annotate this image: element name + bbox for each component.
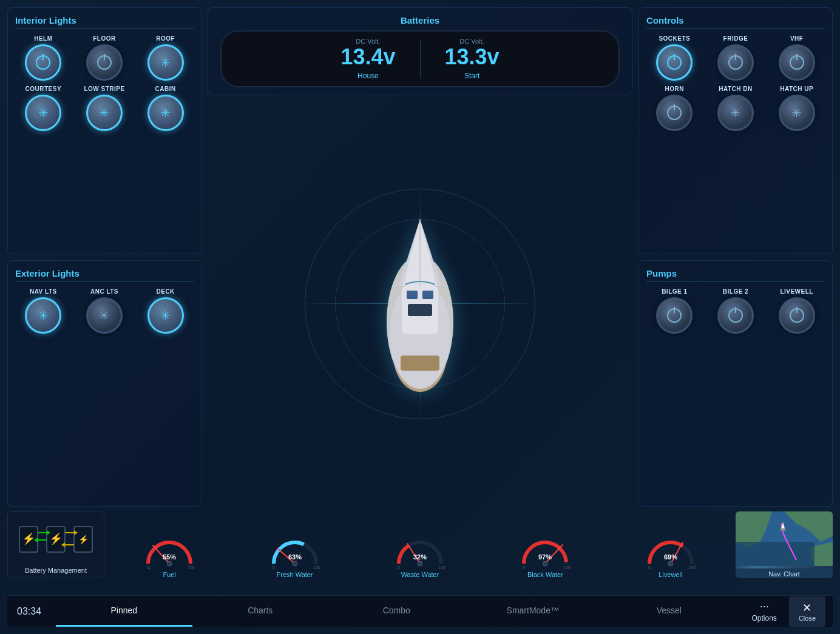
tab-smartmode[interactable]: SmartMode™ — [465, 596, 601, 627]
tab-pinned[interactable]: Pinned — [56, 596, 192, 627]
batteries-display: DC Volt. 13.4v House DC Volt. 13.3v Star… — [220, 30, 620, 87]
svg-text:55%: 55% — [163, 553, 176, 561]
hatch-dn-item: HATCH DN ✳ — [708, 86, 764, 131]
hatch-up-button[interactable]: ✳ — [779, 95, 815, 131]
fuel-gauge-label: Fuel — [163, 571, 176, 578]
battery-start: DC Volt. 13.3v Start — [445, 38, 500, 80]
roof-label: ROOF — [156, 35, 175, 42]
blackwater-gauge-container: 0 100 97% — [518, 524, 572, 570]
nav-chart-svg — [736, 511, 833, 566]
sockets-label: SOCKETS — [659, 35, 690, 42]
deck-star-icon: ✳ — [160, 308, 171, 323]
roof-button[interactable]: ✳ — [147, 44, 184, 81]
svg-point-51 — [668, 561, 673, 566]
floor-item: FLOOR — [76, 35, 133, 81]
hatch-dn-button[interactable]: ✳ — [717, 95, 754, 131]
interior-lights-grid: HELM FLOOR ROOF ✳ — [15, 35, 194, 131]
svg-text:100: 100 — [689, 565, 696, 570]
nav-options: ··· Options ✕ Close — [737, 596, 833, 627]
vhf-item: VHF — [768, 35, 825, 81]
batteries-panel: Batteries DC Volt. 13.4v House DC Volt. … — [208, 7, 632, 95]
svg-point-31 — [167, 561, 172, 566]
svg-text:100: 100 — [313, 565, 320, 570]
wastewater-gauge-label: Waste Water — [401, 571, 439, 578]
freshwater-gauge-container: 0 100 63% — [268, 524, 322, 570]
tab-charts[interactable]: Charts — [192, 596, 329, 627]
controls-section: Controls SOCKETS FRIDGE — [638, 7, 833, 254]
freshwater-gauge-item: 0 100 63% Fresh Water — [234, 511, 354, 590]
svg-text:0: 0 — [273, 565, 275, 570]
nav-chart-widget[interactable]: Nav. Chart — [736, 511, 833, 578]
battery-management-widget[interactable]: ⚡ ⚡ ⚡ — [7, 511, 104, 578]
nav-lts-item: NAV LTS ✳ — [15, 288, 72, 334]
cabin-button[interactable]: ✳ — [147, 95, 184, 131]
hatch-up-star-icon: ✳ — [791, 106, 802, 120]
anc-lts-label: ANC LTS — [90, 288, 118, 295]
low-stripe-button[interactable]: ✳ — [86, 95, 123, 131]
helm-power-icon — [36, 55, 50, 70]
svg-point-46 — [543, 561, 547, 566]
nav-lts-button[interactable]: ✳ — [25, 297, 61, 334]
bilge1-button[interactable] — [656, 297, 693, 334]
options-button[interactable]: ··· Options — [745, 598, 784, 625]
house-voltage: 13.4v — [340, 45, 395, 69]
horn-button[interactable] — [656, 95, 693, 131]
roof-item: ROOF ✳ — [137, 35, 194, 81]
freshwater-gauge-svg: 0 100 63% — [268, 524, 322, 570]
blackwater-gauge-item: 0 100 97% Black Water — [485, 511, 605, 590]
start-voltage: 13.3v — [445, 45, 500, 69]
nav-lts-star-icon: ✳ — [38, 308, 49, 323]
sockets-item: SOCKETS — [646, 35, 703, 81]
livewell-button[interactable] — [779, 297, 815, 334]
bilge2-label: BILGE 2 — [723, 288, 748, 295]
helm-button[interactable] — [25, 44, 61, 81]
sockets-button[interactable] — [656, 44, 693, 81]
battery-diagram-svg: ⚡ ⚡ ⚡ — [16, 522, 95, 558]
content-area: Interior Lights HELM FLOOR — [7, 7, 833, 507]
nav-tabs: Pinned Charts Combo SmartMode™ Vessel — [56, 596, 737, 627]
freshwater-gauge-label: Fresh Water — [277, 571, 313, 578]
boat-area — [208, 101, 632, 507]
svg-rect-4 — [407, 291, 418, 299]
deck-label: DECK — [156, 288, 174, 295]
blackwater-gauge-label: Black Water — [527, 571, 563, 578]
floor-label: FLOOR — [93, 35, 116, 42]
house-sub-label: House — [340, 72, 395, 80]
bilge1-item: BILGE 1 — [646, 288, 703, 334]
livewell-gauge-label: Livewell — [659, 571, 682, 578]
anc-lts-button[interactable]: ✳ — [86, 297, 123, 334]
hatch-up-item: HATCH UP ✳ — [768, 86, 825, 131]
battery-divider — [420, 40, 421, 78]
tab-vessel[interactable]: Vessel — [601, 596, 737, 627]
livewell-gauge-svg: 0 100 69% — [643, 524, 698, 570]
exterior-lights-title: Exterior Lights — [15, 268, 194, 282]
fridge-button[interactable] — [717, 44, 754, 81]
livewell-gauge-item: 0 100 69% Livewell — [611, 511, 731, 590]
fuel-gauge-svg: 0 100 55% — [142, 524, 197, 570]
cabin-star-icon: ✳ — [160, 106, 171, 120]
bilge2-button[interactable] — [717, 297, 754, 334]
svg-text:32%: 32% — [413, 553, 427, 561]
deck-item: DECK ✳ — [137, 288, 194, 334]
horn-item: HORN — [646, 86, 703, 131]
close-button[interactable]: ✕ Close — [789, 596, 825, 627]
courtesy-item: COURTESY ✳ — [15, 86, 72, 131]
svg-text:0: 0 — [523, 565, 525, 570]
vhf-button[interactable] — [779, 44, 815, 81]
svg-text:100: 100 — [438, 565, 445, 570]
floor-button[interactable] — [86, 44, 123, 81]
pumps-grid: BILGE 1 BILGE 2 LIVEWELL — [646, 288, 825, 334]
bilge1-label: BILGE 1 — [662, 288, 687, 295]
nav-chart-title: Nav. Chart — [767, 568, 802, 578]
boat-image — [365, 213, 475, 395]
controls-title: Controls — [646, 15, 825, 29]
hatch-up-label: HATCH UP — [780, 86, 813, 92]
courtesy-button[interactable]: ✳ — [25, 95, 61, 131]
exterior-lights-grid: NAV LTS ✳ ANC LTS ✳ DECK ✳ — [15, 288, 194, 334]
controls-grid: SOCKETS FRIDGE VHF — [646, 35, 825, 131]
courtesy-star-icon: ✳ — [38, 106, 49, 120]
horn-label: HORN — [665, 86, 684, 92]
cabin-label: CABIN — [155, 86, 176, 92]
tab-combo[interactable]: Combo — [328, 596, 465, 627]
deck-button[interactable]: ✳ — [147, 297, 184, 334]
